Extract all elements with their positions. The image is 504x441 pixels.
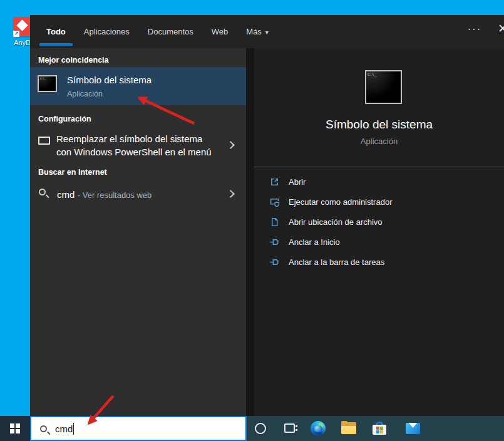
more-options-icon[interactable]: ···	[466, 24, 483, 35]
tab-mas[interactable]: Más▾	[246, 27, 269, 36]
microsoft-store-icon[interactable]	[373, 422, 386, 435]
detail-app-subtitle: Aplicación	[254, 137, 504, 146]
text-cursor	[73, 423, 74, 435]
search-icon	[40, 425, 47, 432]
tab-todo[interactable]: Todo	[46, 27, 66, 36]
chevron-right-icon	[227, 190, 235, 198]
shortcut-arrow-icon: ↗	[13, 31, 19, 37]
cmd-app-icon: C:\_	[38, 75, 57, 92]
result-title: Símbolo del sistema	[67, 75, 152, 85]
edge-browser-icon[interactable]	[311, 421, 326, 436]
active-tab-underline	[39, 43, 73, 46]
console-window-icon	[38, 137, 50, 145]
pin-icon	[269, 257, 280, 267]
pin-icon	[269, 237, 280, 247]
tab-documentos[interactable]: Documentos	[148, 27, 193, 36]
windows-logo-icon	[10, 423, 20, 433]
file-location-icon	[269, 217, 280, 227]
results-column: Mejor coincidencia C:\_ Símbolo del sist…	[30, 48, 246, 416]
result-subtitle: Aplicación	[67, 90, 103, 98]
cortana-icon[interactable]	[255, 423, 266, 434]
anydesk-diamond	[16, 19, 28, 31]
action-pin-to-start[interactable]: Anclar a Inicio	[269, 234, 340, 249]
start-button[interactable]	[0, 416, 30, 441]
anydesk-icon: ↗	[14, 17, 31, 36]
cmd-app-icon-large: C:\_	[365, 70, 402, 104]
admin-shield-icon	[269, 197, 280, 207]
settings-item-text: Reemplazar el símbolo del sistema con Wi…	[56, 132, 212, 158]
open-icon	[269, 177, 280, 187]
shortcut-label: AnyD	[14, 39, 31, 46]
web-item-text: cmd - Ver resultados web	[57, 189, 152, 200]
result-settings-powershell[interactable]: Reemplazar el símbolo del sistema con Wi…	[30, 127, 246, 163]
action-run-as-admin[interactable]: Ejecutar como administrador	[269, 194, 392, 209]
close-icon[interactable]: ✕	[493, 21, 504, 36]
detail-separator	[254, 167, 504, 167]
result-web-cmd[interactable]: cmd - Ver resultados web	[30, 182, 246, 207]
detail-column: C:\_ Símbolo del sistema Aplicación Abri…	[254, 48, 504, 416]
search-flyout: Todo Aplicaciones Documentos Web Más▾ ··…	[30, 15, 504, 416]
section-header-settings: Configuración	[38, 115, 91, 123]
taskbar-search-input[interactable]: cmd	[30, 416, 247, 441]
taskbar-icons	[247, 416, 504, 441]
file-explorer-icon[interactable]	[341, 422, 356, 434]
chevron-down-icon: ▾	[265, 29, 269, 36]
detail-app-title: Símbolo del sistema	[254, 118, 504, 132]
tab-web[interactable]: Web	[212, 27, 229, 36]
windows-desktop: ↗ AnyD Todo Aplicaciones Documentos Web …	[0, 0, 504, 441]
search-tabbar: Todo Aplicaciones Documentos Web Más▾ ··…	[30, 15, 504, 48]
mail-icon[interactable]	[406, 423, 420, 434]
panel-divider	[246, 48, 254, 416]
search-icon	[39, 189, 46, 195]
result-best-match-cmd[interactable]: C:\_ Símbolo del sistema Aplicación	[30, 67, 246, 105]
chevron-right-icon	[227, 141, 235, 149]
tab-aplicaciones[interactable]: Aplicaciones	[84, 27, 130, 36]
section-header-best-match: Mejor coincidencia	[38, 56, 109, 65]
task-view-icon[interactable]	[284, 423, 295, 433]
section-header-web: Buscar en Internet	[38, 168, 107, 177]
search-input-value: cmd	[55, 423, 73, 434]
taskbar: cmd	[0, 416, 504, 441]
action-pin-to-taskbar[interactable]: Anclar a la barra de tareas	[269, 254, 384, 269]
action-open[interactable]: Abrir	[269, 174, 306, 189]
action-open-file-location[interactable]: Abrir ubicación de archivo	[269, 214, 383, 229]
